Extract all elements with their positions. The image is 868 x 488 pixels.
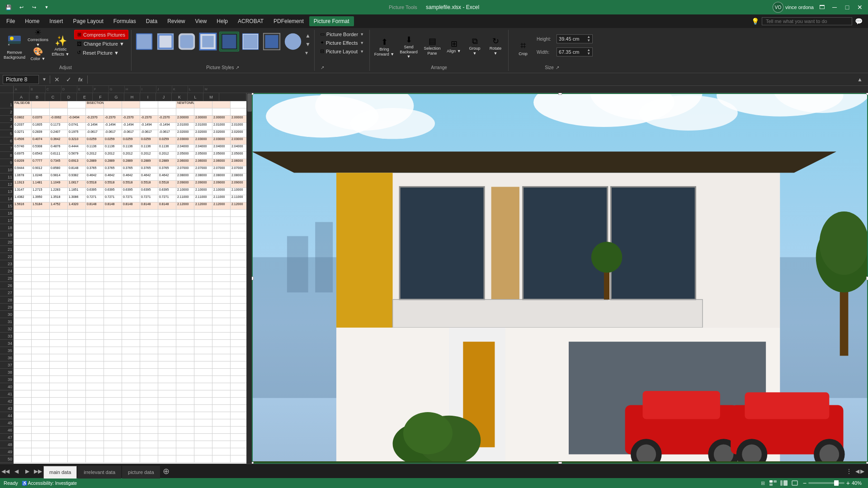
list-item[interactable]: [14, 376, 32, 383]
list-item[interactable]: 0.6395: [86, 188, 104, 195]
list-item[interactable]: [32, 434, 50, 441]
list-item[interactable]: [32, 398, 50, 405]
list-item[interactable]: [68, 412, 86, 419]
list-item[interactable]: [32, 296, 50, 304]
list-item[interactable]: 0.6913: [68, 159, 86, 166]
list-item[interactable]: 2.11000: [231, 195, 246, 202]
list-item[interactable]: [194, 434, 212, 441]
row-num-41[interactable]: 41: [0, 390, 14, 398]
list-item[interactable]: [212, 246, 231, 253]
list-item[interactable]: [122, 419, 140, 427]
list-item[interactable]: 1.2715: [32, 188, 50, 195]
list-item[interactable]: 2.01000: [212, 123, 231, 130]
list-item[interactable]: [176, 224, 194, 231]
table-row[interactable]: 1.19131.14811.10491.06170.55180.55180.55…: [14, 181, 246, 188]
list-item[interactable]: [140, 311, 158, 318]
list-item[interactable]: [68, 441, 86, 448]
list-item[interactable]: [194, 246, 212, 253]
list-item[interactable]: [32, 108, 50, 116]
list-item[interactable]: 0.4506: [14, 137, 32, 145]
row-num-1[interactable]: 1: [0, 101, 14, 108]
list-item[interactable]: [140, 434, 158, 441]
insert-function-button[interactable]: fx: [75, 75, 85, 84]
list-item[interactable]: [86, 434, 104, 441]
list-item[interactable]: [86, 296, 104, 304]
row-num-4[interactable]: 4: [0, 123, 14, 130]
list-item[interactable]: [176, 405, 194, 412]
list-item[interactable]: 2.10000: [212, 188, 231, 195]
list-item[interactable]: [194, 260, 212, 267]
bring-forward-button[interactable]: ⬆ BringForward ▼: [373, 30, 396, 62]
list-item[interactable]: [50, 217, 68, 224]
list-item[interactable]: [50, 390, 68, 398]
list-item[interactable]: [14, 108, 32, 116]
list-item[interactable]: 0.1605: [32, 123, 50, 130]
list-item[interactable]: [50, 412, 68, 419]
list-item[interactable]: [176, 289, 194, 296]
menu-pdfelement[interactable]: PDFelement: [269, 16, 308, 26]
list-item[interactable]: [104, 289, 122, 296]
list-item[interactable]: 0.5518: [104, 181, 122, 188]
list-item[interactable]: 2.01000: [231, 123, 246, 130]
picture-style-2[interactable]: [156, 32, 175, 52]
list-item[interactable]: 2.07000: [194, 166, 212, 174]
list-item[interactable]: [86, 267, 104, 275]
picture-style-7[interactable]: [262, 32, 282, 52]
list-item[interactable]: [104, 267, 122, 275]
sheet-first-button[interactable]: ◀◀: [0, 466, 11, 477]
list-item[interactable]: [140, 260, 158, 267]
picture-style-4[interactable]: [198, 32, 218, 52]
list-item[interactable]: 0.2889: [140, 159, 158, 166]
styles-scroll-down[interactable]: ▼: [304, 40, 311, 48]
list-item[interactable]: [194, 318, 212, 325]
list-item[interactable]: [86, 231, 104, 239]
list-item[interactable]: [231, 246, 246, 253]
row-num-6[interactable]: 6: [0, 137, 14, 145]
list-item[interactable]: [122, 318, 140, 325]
list-item[interactable]: [104, 101, 122, 108]
list-item[interactable]: 0.2889: [122, 159, 140, 166]
list-item[interactable]: [212, 289, 231, 296]
list-item[interactable]: [176, 441, 194, 448]
list-item[interactable]: 0.2012: [122, 152, 140, 159]
list-item[interactable]: 0.2037: [14, 123, 32, 130]
list-item[interactable]: 0.7271: [122, 195, 140, 202]
list-item[interactable]: -0.1494: [140, 123, 158, 130]
col-g[interactable]: G: [108, 93, 124, 101]
ribbon-display-options-button[interactable]: 🗖: [817, 3, 826, 12]
comments-icon[interactable]: 💬: [855, 18, 863, 25]
table-row[interactable]: [14, 296, 246, 304]
list-item[interactable]: [86, 347, 104, 354]
list-item[interactable]: 0.7345: [50, 159, 68, 166]
list-item[interactable]: [50, 369, 68, 376]
list-item[interactable]: [158, 448, 176, 455]
list-item[interactable]: [231, 224, 246, 231]
list-item[interactable]: [86, 412, 104, 419]
resize-handle-bm[interactable]: [558, 462, 562, 464]
table-row[interactable]: 1.31471.27151.22831.18510.63950.63950.63…: [14, 188, 246, 195]
sheet-last-button[interactable]: ▶▶: [33, 466, 43, 477]
list-item[interactable]: [86, 369, 104, 376]
table-row[interactable]: [14, 347, 246, 354]
list-item[interactable]: [104, 361, 122, 369]
zoom-out-button[interactable]: −: [803, 479, 807, 487]
list-item[interactable]: [32, 224, 50, 231]
list-item[interactable]: [14, 347, 32, 354]
list-item[interactable]: 0.5740: [14, 145, 32, 152]
list-item[interactable]: [140, 383, 158, 390]
list-item[interactable]: [212, 101, 231, 108]
maximize-button[interactable]: □: [843, 3, 852, 12]
list-item[interactable]: [140, 304, 158, 311]
list-item[interactable]: [140, 361, 158, 369]
list-item[interactable]: 0.0802: [14, 116, 32, 123]
table-row[interactable]: [14, 354, 246, 361]
list-item[interactable]: [50, 267, 68, 275]
list-item[interactable]: 2.11000: [194, 195, 212, 202]
list-item[interactable]: [50, 383, 68, 390]
list-item[interactable]: [32, 101, 50, 108]
formula-expand-button[interactable]: ▲: [854, 75, 865, 84]
list-item[interactable]: [212, 361, 231, 369]
list-item[interactable]: [122, 333, 140, 340]
formula-input[interactable]: [90, 75, 853, 84]
list-item[interactable]: 2.06000: [194, 159, 212, 166]
